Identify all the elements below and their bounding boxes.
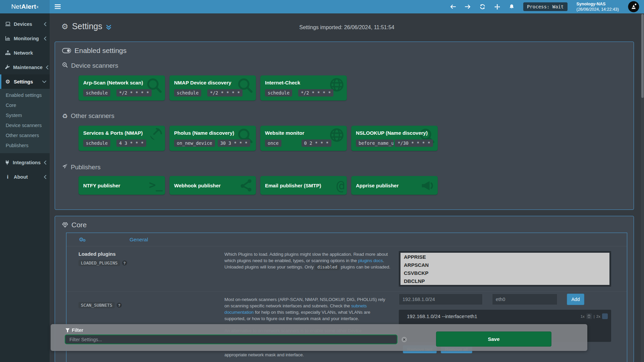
- other-scanner-cards: Services & Ports (NMAP) schedule 4 3 * *…: [78, 126, 634, 151]
- chevron-left-icon: [46, 65, 48, 69]
- card-services-ports[interactable]: Services & Ports (NMAP) schedule 4 3 * *…: [78, 126, 165, 151]
- save-button[interactable]: Save: [436, 331, 551, 347]
- other-scanners-header: ♻ Other scanners: [62, 112, 634, 120]
- subnet-entry[interactable]: 192.168.1.0/24 --interface=eth1 1x | 2x: [402, 313, 608, 319]
- card-arp-scan[interactable]: Arp-Scan (Network scan) schedule */2 * *…: [78, 75, 165, 101]
- tab-general[interactable]: General: [129, 237, 148, 243]
- schedule-value-badge: 4 3 * * *: [116, 139, 146, 147]
- sidebar-item-other-scanners[interactable]: Other scanners: [0, 130, 50, 140]
- process-status-badge: Process: Wait: [523, 2, 568, 11]
- core-tabs: ⚙⚙ General: [66, 233, 627, 246]
- plugins-docs-link[interactable]: plugins docs: [358, 258, 383, 263]
- move-icon[interactable]: [494, 4, 500, 10]
- host-name: Synology-NAS: [577, 1, 619, 7]
- schedule-type-badge: schedule: [265, 89, 292, 97]
- schedule-value-badge: */2 * * * *: [116, 89, 152, 97]
- sidebar-item-publishers[interactable]: Publishers: [0, 140, 50, 150]
- sidebar-item-system[interactable]: System: [0, 110, 50, 120]
- at-sign-icon: @: [336, 178, 344, 193]
- search-plus-icon: [62, 62, 68, 70]
- setting-code-badge: SCAN_SUBNETS: [78, 302, 115, 308]
- main-content: ⚙ Settings Settings imported: 26/06/2024…: [50, 13, 644, 362]
- sidebar: Devices Monitoring Network Maintenance ⚙…: [0, 13, 50, 362]
- gem-icon: [62, 222, 68, 228]
- chevron-down-icon: [42, 80, 46, 83]
- card-ntfy[interactable]: NTFY publisher >_: [78, 176, 165, 195]
- logo-text: Net: [11, 3, 21, 10]
- sidebar-item-maintenance[interactable]: Maintenance: [0, 60, 50, 74]
- setting-label: Loaded plugins: [78, 251, 224, 257]
- card-internet-check[interactable]: Internet-Check schedule */2 * * * *: [260, 75, 347, 101]
- scrollbar-thumb[interactable]: [641, 14, 644, 98]
- plugin-option-csvbckp[interactable]: CSVBCKP: [400, 269, 609, 277]
- nav-back-icon[interactable]: [450, 4, 456, 9]
- filter-overlay: Filter ✕ Save: [51, 324, 587, 351]
- schedule-type-badge: before_name_upd: [356, 139, 393, 147]
- app-logo[interactable]: NetAlertx: [0, 0, 50, 13]
- core-title: Core: [62, 221, 634, 229]
- card-pholus[interactable]: Pholus (Name discovery) on_new_device 30…: [169, 126, 256, 151]
- enabled-settings-panel: Enabled settings Device scanners Arp-Sca…: [55, 42, 634, 210]
- card-nslookup[interactable]: NSLOOKUP (Name discovery) before_name_up…: [351, 126, 438, 151]
- settings-submenu: Enabled settings Core System Device scan…: [0, 89, 50, 153]
- duplicate-icon[interactable]: [602, 313, 608, 319]
- device-scanner-cards: Arp-Scan (Network scan) schedule */2 * *…: [78, 75, 634, 101]
- funnel-icon: [65, 328, 70, 333]
- page-header: ⚙ Settings Settings imported: 26/06/2024…: [50, 13, 644, 42]
- topbar: NetAlertx Process: Wait Synology-NAS (26…: [0, 0, 644, 13]
- schedule-value-badge: */30 * * * *: [395, 139, 433, 147]
- sidebar-item-settings[interactable]: ⚙ Settings: [0, 74, 50, 89]
- schedule-value-badge: 0 2 * * *: [302, 139, 331, 147]
- vertical-scrollbar[interactable]: [641, 13, 644, 362]
- notifications-bell-icon[interactable]: [509, 4, 514, 9]
- sidebar-item-enabled-settings[interactable]: Enabled settings: [0, 90, 50, 100]
- card-webhook[interactable]: Webhook publisher: [169, 176, 256, 195]
- chevron-left-icon: [44, 37, 46, 41]
- toggle-icon: [62, 48, 71, 53]
- help-question-icon[interactable]: ?: [117, 303, 122, 308]
- subnet-input[interactable]: [399, 294, 483, 305]
- refresh-icon[interactable]: [480, 4, 485, 9]
- schedule-value-badge: */2 * * * *: [298, 89, 333, 97]
- setting-row-loaded-plugins: Loaded plugins LOADED_PLUGINS ? Which Pl…: [66, 246, 627, 292]
- paper-plane-icon: [62, 164, 68, 171]
- clear-filter-icon[interactable]: ✕: [401, 337, 407, 342]
- plug-icon: [5, 160, 10, 165]
- schedule-type-badge: schedule: [83, 139, 110, 147]
- host-time: (26/06/2024, 14:22:43): [577, 7, 619, 12]
- recycle-icon: ♻: [62, 112, 68, 120]
- plugin-option-dbclnp[interactable]: DBCLNP: [400, 277, 609, 285]
- schedule-type-badge: once: [265, 139, 281, 147]
- card-apprise[interactable]: Apprise publisher: [351, 176, 438, 195]
- sidebar-item-network[interactable]: Network: [0, 46, 50, 60]
- schedule-value-badge: 30 3 * * *: [218, 139, 250, 147]
- gears-icon: ⚙⚙: [79, 236, 86, 243]
- schedule-value-badge: */2 * * * *: [207, 89, 243, 97]
- plugin-option-apprise[interactable]: APPRISE: [400, 253, 609, 261]
- schedule-type-badge: schedule: [83, 89, 110, 97]
- trash-icon[interactable]: [586, 313, 592, 319]
- card-website-monitor[interactable]: Website monitor once 0 2 * * *: [260, 126, 347, 151]
- help-question-icon[interactable]: ?: [122, 260, 127, 265]
- plugin-option-arpscan[interactable]: ARPSCAN: [400, 261, 609, 269]
- publishers-header: Publishers: [62, 163, 634, 171]
- sidebar-item-device-scanners[interactable]: Device scanners: [0, 120, 50, 130]
- interface-input[interactable]: [492, 294, 557, 305]
- schedule-type-badge: schedule: [174, 89, 201, 97]
- terminal-icon: >_: [149, 178, 163, 191]
- nav-forward-icon[interactable]: [465, 4, 471, 9]
- sidebar-item-integrations[interactable]: Integrations: [0, 155, 50, 170]
- gear-icon: ⚙: [5, 78, 11, 85]
- card-nmap-discovery[interactable]: NMAP Device discovery schedule */2 * * *…: [169, 75, 256, 101]
- sidebar-item-monitoring[interactable]: Monitoring: [0, 31, 50, 46]
- loaded-plugins-listbox: APPRISE ARPSCAN CSVBCKP DBCLNP: [399, 251, 611, 287]
- filter-settings-input[interactable]: [65, 335, 397, 344]
- sidebar-item-core[interactable]: Core: [0, 100, 50, 110]
- user-avatar[interactable]: [628, 1, 639, 12]
- sidebar-item-devices[interactable]: Devices: [0, 17, 50, 31]
- chart-icon: [5, 36, 11, 41]
- card-email-smtp[interactable]: Email publisher (SMTP) @: [260, 176, 347, 195]
- sidebar-item-about[interactable]: i About: [0, 170, 50, 184]
- hamburger-menu-icon[interactable]: [55, 4, 61, 9]
- add-subnet-button[interactable]: Add: [567, 294, 584, 305]
